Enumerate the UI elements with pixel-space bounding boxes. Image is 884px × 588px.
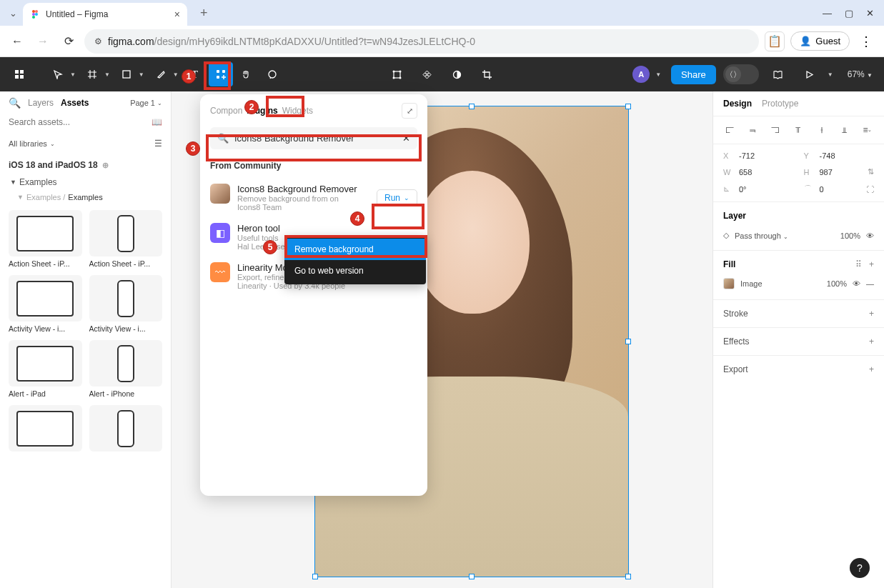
align-bottom-icon[interactable]: ⫫ [838, 124, 851, 136]
align-right-icon[interactable]: ⫎ [769, 124, 782, 136]
resize-handle[interactable] [625, 574, 631, 579]
crop-icon[interactable] [475, 62, 500, 86]
window-close-icon[interactable]: ✕ [866, 8, 874, 19]
layers-tab[interactable]: Layers [28, 98, 54, 108]
align-left-icon[interactable]: ⫍ [723, 124, 736, 136]
h-input[interactable]: 987 [820, 168, 833, 176]
corner-radius-input[interactable]: 0 [820, 185, 824, 194]
x-input[interactable]: -712 [739, 151, 755, 160]
library-icon[interactable] [766, 62, 790, 86]
components-tab[interactable]: Compon [210, 106, 242, 116]
link-wh-icon[interactable]: ⇅ [868, 167, 874, 176]
site-settings-icon[interactable]: ⚙ [94, 36, 102, 46]
align-vcenter-icon[interactable]: ⫲ [815, 124, 828, 136]
run-plugin-button[interactable]: Run ⌄ [377, 189, 417, 206]
tab-menu-chevron[interactable]: ⌄ [3, 3, 23, 23]
resize-handle[interactable] [625, 104, 631, 109]
asset-item[interactable]: Alert - iPhone [89, 340, 163, 398]
chevron-down-icon[interactable]: ▼ [139, 71, 144, 78]
chevron-down-icon[interactable]: ▼ [173, 71, 179, 78]
fill-type[interactable]: Image [740, 279, 763, 288]
distribute-icon[interactable]: ≡⌄ [861, 124, 874, 136]
asset-item[interactable]: Alert - iPad [9, 340, 82, 398]
present-icon[interactable] [798, 62, 822, 86]
frame-tool-icon[interactable] [80, 62, 104, 86]
pen-tool-icon[interactable] [149, 62, 173, 86]
menu-item-web-version[interactable]: Go to web version [284, 260, 426, 281]
window-minimize-icon[interactable]: — [823, 8, 832, 19]
menu-item-remove-bg[interactable]: Remove background [284, 239, 426, 260]
shape-tool-icon[interactable] [114, 62, 139, 86]
resize-handle[interactable] [312, 574, 318, 579]
chevron-down-icon[interactable]: ▼ [104, 71, 110, 78]
search-icon[interactable]: 🔍 [9, 97, 21, 109]
move-tool-icon[interactable] [46, 62, 70, 86]
align-hcenter-icon[interactable]: ⫬ [746, 124, 759, 136]
hand-tool-icon[interactable] [234, 62, 259, 86]
w-input[interactable]: 658 [739, 168, 752, 176]
figma-menu-icon[interactable] [7, 62, 31, 86]
blend-mode-select[interactable]: Pass through ⌄ [735, 231, 788, 240]
help-button[interactable]: ? [850, 558, 870, 578]
chevron-down-icon[interactable]: ▼ [655, 71, 661, 78]
comment-tool-icon[interactable] [260, 62, 284, 86]
library-selector[interactable]: All libraries ⌄ [9, 139, 55, 148]
add-export-icon[interactable]: + [869, 364, 874, 374]
nav-reload-icon[interactable]: ⟳ [59, 31, 79, 51]
prototype-tab[interactable]: Prototype [762, 99, 798, 109]
asset-item[interactable]: Activity View - i... [89, 275, 163, 333]
asset-item[interactable]: Activity View - i... [9, 275, 82, 333]
nav-forward-icon[interactable]: → [33, 31, 53, 51]
asset-item[interactable] [89, 405, 163, 454]
plugin-search-input[interactable]: 🔍 Icons8 Background Remover ✕ [210, 127, 417, 149]
clear-search-icon[interactable]: ✕ [402, 133, 410, 144]
resize-handle[interactable] [625, 339, 631, 344]
browser-menu-icon[interactable]: ⋮ [855, 34, 877, 49]
styles-icon[interactable]: ⠿ [855, 259, 862, 269]
search-assets-input[interactable] [9, 117, 147, 127]
clipboard-icon[interactable]: 📋 [765, 31, 785, 51]
edit-object-icon[interactable] [385, 62, 409, 86]
dev-mode-toggle[interactable]: 〈〉 [723, 64, 759, 84]
resize-handle[interactable] [469, 574, 475, 579]
chevron-down-icon[interactable]: ▼ [70, 71, 76, 78]
chevron-down-icon[interactable]: ▼ [828, 71, 833, 78]
tree-item-examples[interactable]: ▼Examples [0, 174, 171, 190]
list-view-icon[interactable]: ☰ [154, 139, 162, 149]
add-stroke-icon[interactable]: + [869, 309, 874, 319]
browser-tab[interactable]: Untitled – Figma × [23, 3, 187, 26]
asset-item[interactable] [9, 405, 82, 454]
new-tab-button[interactable]: + [196, 6, 212, 21]
share-button[interactable]: Share [671, 65, 716, 84]
mask-icon[interactable] [445, 62, 470, 86]
resize-handle[interactable] [469, 104, 475, 109]
fill-opacity[interactable]: 100% [827, 279, 847, 288]
independent-corners-icon[interactable]: ⛶ [866, 185, 874, 194]
plugin-item-icons8[interactable]: Icons8 Background Remover Remove backgro… [200, 178, 427, 217]
tab-close-icon[interactable]: × [174, 9, 180, 20]
layer-opacity[interactable]: 100% [840, 231, 860, 240]
remove-fill-icon[interactable]: — [866, 279, 874, 288]
fill-swatch[interactable] [723, 278, 735, 289]
profile-guest-button[interactable]: 👤 Guest [790, 31, 850, 51]
component-icon[interactable] [415, 62, 439, 86]
blend-icon[interactable]: ◇ [723, 231, 729, 240]
user-avatar[interactable]: A [632, 66, 650, 83]
assets-tab[interactable]: Assets [61, 98, 89, 108]
window-maximize-icon[interactable]: ▢ [845, 8, 853, 19]
visibility-icon[interactable]: 👁 [853, 279, 860, 288]
asset-item[interactable]: Action Sheet - iP... [89, 210, 163, 268]
y-input[interactable]: -748 [820, 151, 835, 160]
resources-tool-icon[interactable] [209, 62, 233, 86]
add-effect-icon[interactable]: + [869, 337, 874, 347]
align-top-icon[interactable]: ⫪ [792, 124, 805, 136]
design-tab[interactable]: Design [723, 99, 752, 109]
breadcrumb[interactable]: ▼Examples / Examples [0, 190, 171, 204]
url-bar[interactable]: ⚙ figma.com/design/mHy69ikdLNTMt8pKdADXX… [84, 29, 759, 54]
book-icon[interactable]: 📖 [152, 117, 162, 127]
rotation-input[interactable]: 0° [739, 185, 747, 194]
nav-back-icon[interactable]: ← [7, 31, 27, 51]
add-fill-icon[interactable]: + [869, 259, 874, 269]
expand-panel-icon[interactable]: ⤢ [402, 103, 417, 119]
widgets-tab[interactable]: Widgets [282, 106, 313, 116]
